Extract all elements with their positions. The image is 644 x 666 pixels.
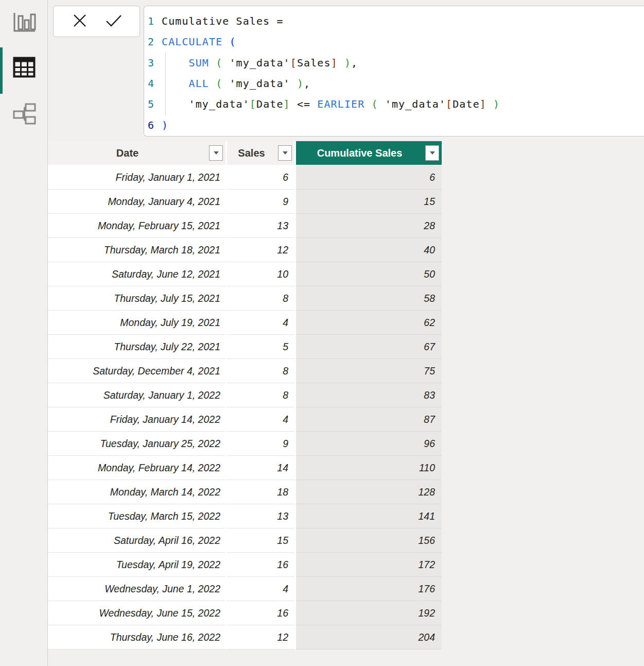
sales-cell[interactable]: 13 [227,214,294,238]
date-cell[interactable]: Monday, February 14, 2022 [48,456,225,480]
line-number: 5 [144,98,162,110]
date-cell[interactable]: Friday, January 1, 2021 [48,165,225,190]
column-header-label: Sales [238,147,265,159]
table-grid-icon [13,57,36,79]
date-cell[interactable]: Wednesday, June 15, 2022 [48,601,225,625]
date-cell[interactable]: Tuesday, April 19, 2022 [48,553,225,577]
cumulative-sales-cell[interactable]: 110 [296,456,442,480]
column-header-cumulative-sales[interactable]: Cumulative Sales [296,141,442,165]
table-row: Thursday, July 15, 2021858 [48,286,442,311]
cumulative-sales-cell[interactable]: 156 [296,528,442,553]
code-line: 1Cumulative Sales = [144,11,644,31]
sales-cell[interactable]: 18 [227,480,294,504]
sales-cell[interactable]: 8 [227,286,294,311]
date-cell[interactable]: Saturday, June 12, 2021 [48,262,225,286]
cumulative-sales-cell[interactable]: 67 [296,335,442,359]
table-row: Saturday, December 4, 2021875 [48,359,442,383]
table-row: Saturday, January 1, 2022883 [48,383,442,407]
cumulative-sales-cell[interactable]: 58 [296,286,442,311]
cumulative-sales-cell[interactable]: 62 [296,311,442,335]
sales-cell[interactable]: 4 [227,311,294,335]
model-view-button[interactable] [11,102,37,128]
table-row: Monday, July 19, 2021462 [48,311,442,335]
bar-chart-icon [12,12,36,35]
date-cell[interactable]: Monday, February 15, 2021 [48,214,225,238]
code-text: ) [162,119,168,131]
date-cell[interactable]: Saturday, April 16, 2022 [48,528,225,553]
cumulative-sales-cell[interactable]: 75 [296,359,442,383]
code-line: 5 'my_data'[Date] <= EARLIER ( 'my_data'… [144,94,644,114]
sales-cell[interactable]: 5 [227,335,294,359]
code-text: 'my_data'[Date] <= EARLIER ( 'my_data'[D… [162,98,500,110]
cumulative-sales-cell[interactable]: 6 [296,165,442,190]
date-cell[interactable]: Friday, January 14, 2022 [48,407,225,432]
filter-dropdown-button[interactable] [425,145,439,161]
cumulative-sales-cell[interactable]: 192 [296,601,442,625]
table-row: Wednesday, June 1, 20224176 [48,577,442,601]
date-cell[interactable]: Thursday, July 15, 2021 [48,286,225,311]
cumulative-sales-cell[interactable]: 50 [296,262,442,286]
code-line: 2CALCULATE ( [144,31,644,52]
data-table: Date Sales Cumulative Sales Friday, Janu… [48,141,442,650]
date-cell[interactable]: Tuesday, March 15, 2022 [48,504,225,528]
sales-cell[interactable]: 9 [227,190,294,214]
sales-cell[interactable]: 6 [227,165,294,190]
column-header-sales[interactable]: Sales [227,141,294,165]
cumulative-sales-cell[interactable]: 87 [296,407,442,432]
sales-cell[interactable]: 13 [227,504,294,528]
sales-cell[interactable]: 12 [227,238,294,262]
date-cell[interactable]: Thursday, July 22, 2021 [48,335,225,359]
table-row: Wednesday, June 15, 202216192 [48,601,442,625]
column-header-date[interactable]: Date [48,141,225,165]
date-cell[interactable]: Saturday, December 4, 2021 [48,359,225,383]
table-row: Thursday, July 22, 2021567 [48,335,442,359]
table-header-row: Date Sales Cumulative Sales [48,141,442,165]
date-cell[interactable]: Thursday, June 16, 2022 [48,625,225,650]
sales-cell[interactable]: 9 [227,432,294,456]
cumulative-sales-cell[interactable]: 96 [296,432,442,456]
date-cell[interactable]: Wednesday, June 1, 2022 [48,577,225,601]
cumulative-sales-cell[interactable]: 172 [296,553,442,577]
cumulative-sales-cell[interactable]: 28 [296,214,442,238]
sales-cell[interactable]: 10 [227,262,294,286]
cumulative-sales-cell[interactable]: 83 [296,383,442,407]
code-text: CALCULATE ( [162,36,236,48]
sales-cell[interactable]: 4 [227,577,294,601]
report-view-button[interactable] [11,10,37,36]
sales-cell[interactable]: 8 [227,359,294,383]
line-number: 3 [144,57,162,69]
filter-dropdown-button[interactable] [278,145,292,161]
date-cell[interactable]: Monday, March 14, 2022 [48,480,225,504]
date-cell[interactable]: Monday, January 4, 2021 [48,190,225,214]
filter-dropdown-button[interactable] [209,145,223,161]
sales-cell[interactable]: 14 [227,456,294,480]
cumulative-sales-cell[interactable]: 40 [296,238,442,262]
date-cell[interactable]: Thursday, March 18, 2021 [48,238,225,262]
sales-cell[interactable]: 8 [227,383,294,407]
sales-cell[interactable]: 16 [227,553,294,577]
table-row: Monday, February 15, 20211328 [48,214,442,238]
code-text: ALL ( 'my_data' ), [162,77,310,90]
table-row: Friday, January 1, 202166 [48,165,442,190]
cancel-formula-button[interactable] [69,11,90,32]
date-cell[interactable]: Monday, July 19, 2021 [48,311,225,335]
cumulative-sales-cell[interactable]: 15 [296,190,442,214]
table-row: Monday, January 4, 2021915 [48,190,442,214]
check-icon [106,14,122,29]
cumulative-sales-cell[interactable]: 141 [296,504,442,528]
data-view-button[interactable] [11,55,37,81]
view-switcher-sidebar [0,0,48,666]
sales-cell[interactable]: 15 [227,528,294,553]
dax-formula-editor[interactable]: 1Cumulative Sales =2CALCULATE (3 SUM ( '… [144,6,644,136]
cumulative-sales-cell[interactable]: 204 [296,625,442,650]
commit-formula-button[interactable] [103,11,124,32]
sales-cell[interactable]: 4 [227,407,294,432]
table-row: Tuesday, March 15, 202213141 [48,504,442,528]
cumulative-sales-cell[interactable]: 128 [296,480,442,504]
column-header-label: Cumulative Sales [317,147,403,159]
sales-cell[interactable]: 16 [227,601,294,625]
date-cell[interactable]: Tuesday, January 25, 2022 [48,432,225,456]
cumulative-sales-cell[interactable]: 176 [296,577,442,601]
sales-cell[interactable]: 12 [227,625,294,650]
date-cell[interactable]: Saturday, January 1, 2022 [48,383,225,407]
